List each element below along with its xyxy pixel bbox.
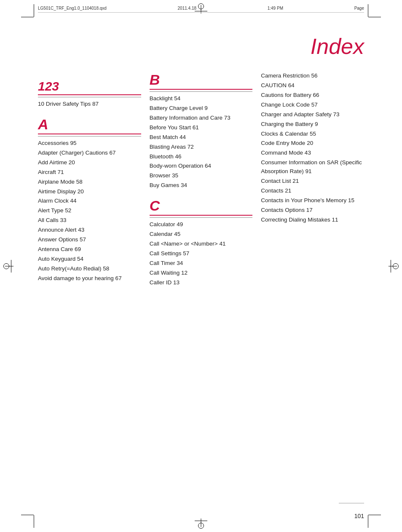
entry-airplane-mode: Airplane Mode 58 (38, 178, 141, 187)
entry-charging-battery: Charging the Battery 9 (261, 120, 364, 129)
entry-body-worn: Body-worn Operation 64 (150, 162, 253, 171)
entry-correcting-dialing: Correcting Dialing Mistakes 11 (261, 216, 364, 225)
entry-auto-keyguard: Auto Keyguard 54 (38, 255, 141, 264)
separator-a (38, 136, 141, 136)
entry-call-waiting: Call Waiting 12 (150, 269, 253, 278)
entry-best-match: Best Match 44 (150, 133, 253, 142)
entry-contacts: Contacts 21 (261, 187, 364, 195)
entry-add-airtime: Add Airtime 20 (38, 158, 141, 167)
entry-answer-options: Answer Options 57 (38, 235, 141, 244)
entry-airtime-display: Airtime Display 20 (38, 187, 141, 196)
entry-avoid-damage: Avoid damage to your hearing 67 (38, 274, 141, 283)
entry-10-driver: 10 Driver Safety Tips 87 (38, 100, 141, 109)
entry-announce-alert: Announce Alert 43 (38, 226, 141, 235)
index-columns: 123 10 Driver Safety Tips 87 A Accessori… (38, 72, 364, 288)
entry-adapter: Adapter (Charger) Cautions 67 (38, 149, 141, 158)
index-column-2: B Backlight 54 Battery Charge Level 9 Ba… (150, 72, 253, 288)
entry-cautions-battery: Cautions for Battery 66 (261, 91, 364, 100)
entry-blasting-areas: Blasting Areas 72 (150, 143, 253, 152)
entry-calculator: Calculator 49 (150, 220, 253, 229)
entry-aircraft: Aircraft 71 (38, 168, 141, 177)
index-column-3: Camera Restriction 56 CAUTION 64 Caution… (261, 72, 364, 225)
entry-consumer-info: Consumer Information on SAR (Specific Ab… (261, 158, 364, 176)
entry-battery-charge: Battery Charge Level 9 (150, 104, 253, 113)
page-title: Index (38, 34, 364, 59)
entry-before-you-start: Before You Start 61 (150, 123, 253, 132)
entry-caution: CAUTION 64 (261, 81, 364, 90)
header-filename: LG501C_TRF_Eng1.0_1104018.qxd (38, 6, 107, 11)
entry-auto-retry: Auto Retry(=Auto Redial) 58 (38, 265, 141, 273)
file-header: LG501C_TRF_Eng1.0_1104018.qxd 2011.4.18 … (38, 6, 364, 13)
entry-bluetooth: Bluetooth 46 (150, 152, 253, 161)
entry-backlight: Backlight 54 (150, 94, 253, 103)
entry-code-entry: Code Entry Mode 20 (261, 139, 364, 148)
entry-caller-id: Caller ID 13 (150, 278, 253, 287)
header-time: 1:49 PM (268, 6, 283, 11)
entry-change-lock: Change Lock Code 57 (261, 101, 364, 110)
entry-charger-adapter: Charger and Adapter Safety 73 (261, 110, 364, 119)
section-123: 123 (38, 79, 141, 95)
entry-contacts-in-phone: Contacts in Your Phone's Memory 15 (261, 196, 364, 205)
entry-call-settings: Call Settings 57 (150, 249, 253, 258)
entry-antenna-care: Antenna Care 69 (38, 245, 141, 254)
entry-accessories: Accessories 95 (38, 139, 141, 148)
header-page-label: Page (354, 6, 364, 11)
entry-camera-restriction: Camera Restriction 56 (261, 72, 364, 80)
entry-command-mode: Command Mode 43 (261, 149, 364, 158)
entry-browser: Browser 35 (150, 171, 253, 180)
entry-contact-list: Contact List 21 (261, 177, 364, 186)
section-c: C (150, 198, 253, 216)
bottom-rule (339, 503, 364, 503)
section-b: B (150, 72, 253, 90)
entry-battery-info: Battery Information and Care 73 (150, 114, 253, 123)
page-number: 101 (354, 513, 364, 519)
entry-clocks-calendar: Clocks & Calendar 55 (261, 130, 364, 139)
entry-alert-type: Alert Type 52 (38, 206, 141, 215)
separator-c (150, 217, 253, 218)
separator-b (150, 91, 253, 92)
header-date: 2011.4.18 (178, 6, 197, 11)
entry-all-calls: All Calls 33 (38, 216, 141, 225)
entry-contacts-options: Contacts Options 17 (261, 206, 364, 215)
entry-buy-games: Buy Games 34 (150, 181, 253, 190)
entry-call-timer: Call Timer 34 (150, 259, 253, 268)
entry-calendar: Calendar 45 (150, 230, 253, 239)
section-a: A (38, 116, 141, 134)
entry-alarm-clock: Alarm Clock 44 (38, 197, 141, 206)
entry-call-name: Call <Name> or <Number> 41 (150, 240, 253, 249)
separator-123 (38, 97, 141, 97)
index-column-1: 123 10 Driver Safety Tips 87 A Accessori… (38, 72, 141, 284)
